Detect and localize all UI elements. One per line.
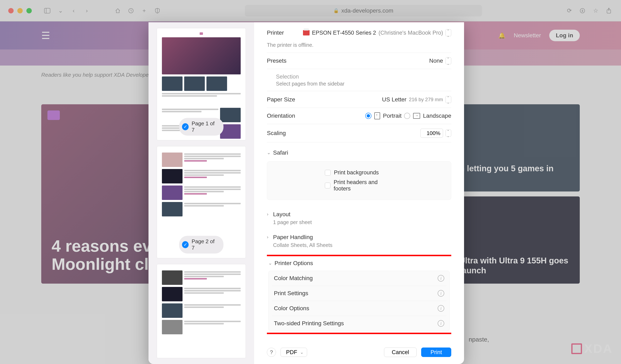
- pdf-dropdown[interactable]: PDF ⌄: [280, 348, 307, 357]
- info-icon[interactable]: i: [438, 305, 444, 312]
- print-settings: Printer EPSON ET-4550 Series 2 (Christin…: [254, 22, 464, 364]
- check-icon: ✓: [182, 241, 189, 248]
- home-icon[interactable]: [114, 7, 122, 15]
- close-window[interactable]: [8, 8, 14, 13]
- reload-icon[interactable]: ⟳: [565, 7, 573, 15]
- chevron-down-icon[interactable]: ⌄: [56, 7, 64, 15]
- chevron-down-icon: ⌄: [267, 150, 271, 155]
- menu-icon[interactable]: ☰: [41, 30, 50, 41]
- svg-rect-0: [44, 8, 50, 13]
- radio-checked-icon[interactable]: [365, 113, 371, 119]
- print-dialog: ✓ Page 1 of 7 ✓ Page 2 of 7: [149, 22, 464, 364]
- help-button[interactable]: ?: [267, 348, 276, 357]
- downloads-icon[interactable]: [579, 7, 586, 15]
- safari-toolbar: ⌄ ‹ › + 🔒 xda-developers.com ⟳ ☆: [0, 0, 621, 21]
- url-text: xda-developers.com: [341, 7, 393, 14]
- address-bar[interactable]: 🔒 xda-developers.com: [245, 5, 482, 17]
- share-icon[interactable]: [605, 7, 613, 15]
- orientation-landscape[interactable]: Landscape: [404, 113, 451, 119]
- printer-status-row: The printer is offline.: [267, 41, 451, 53]
- paper-handling-section[interactable]: › Paper Handling: [267, 229, 451, 242]
- chevron-down-icon: ⌄: [300, 350, 304, 355]
- print-button[interactable]: Print: [421, 347, 451, 357]
- privacy-icon[interactable]: [154, 7, 161, 15]
- print-headers-checkbox[interactable]: Print headers and footers: [325, 178, 393, 194]
- chevron-right-icon: ›: [267, 234, 271, 240]
- stepper-icon[interactable]: [446, 96, 451, 103]
- back-icon[interactable]: ‹: [70, 7, 78, 15]
- sidebar-toggle-icon[interactable]: [43, 7, 51, 15]
- radio-icon[interactable]: [404, 113, 410, 119]
- minimize-window[interactable]: [17, 8, 23, 13]
- safari-options: Print backgrounds Print headers and foot…: [267, 161, 451, 200]
- stepper-icon[interactable]: [446, 130, 451, 137]
- thumbnail-page-2[interactable]: ✓ Page 2 of 7: [157, 146, 246, 258]
- thumbnail-page-3[interactable]: [157, 264, 246, 358]
- printer-options-list: Color Matching i Print Settings i Color …: [268, 271, 450, 331]
- page-pill-2: ✓ Page 2 of 7: [179, 236, 224, 253]
- portrait-icon: [374, 112, 380, 119]
- lock-icon: 🔒: [333, 8, 339, 13]
- orientation-portrait[interactable]: Portrait: [365, 112, 402, 119]
- landscape-icon: [413, 113, 420, 119]
- bg-text: npaste,: [469, 336, 489, 343]
- dialog-footer: ? PDF ⌄ Cancel Print: [267, 342, 451, 364]
- printer-info-section[interactable]: › Printer Info: [267, 338, 451, 342]
- two-sided-option[interactable]: Two-sided Printing Settings i: [272, 316, 446, 331]
- presets-row[interactable]: Presets None: [267, 53, 451, 69]
- printer-options-highlight: ⌄ Printer Options Color Matching i Print…: [267, 255, 451, 334]
- chevron-right-icon: ›: [267, 212, 271, 217]
- cancel-button[interactable]: Cancel: [384, 347, 417, 357]
- login-button[interactable]: Log in: [549, 30, 580, 41]
- info-icon[interactable]: i: [438, 320, 444, 327]
- page-pill-1: ✓ Page 1 of 7: [179, 118, 224, 136]
- stepper-icon[interactable]: [446, 57, 451, 64]
- layout-sub: 1 page per sheet: [267, 219, 451, 229]
- color-options-option[interactable]: Color Options i: [272, 301, 446, 316]
- orientation-row: Orientation Portrait Landscape: [267, 108, 451, 124]
- thumbnail-page-1[interactable]: ✓ Page 1 of 7: [157, 28, 246, 140]
- info-icon[interactable]: i: [438, 275, 444, 281]
- page-thumbnails: ✓ Page 1 of 7 ✓ Page 2 of 7: [149, 22, 254, 364]
- printer-options-section[interactable]: ⌄ Printer Options: [268, 259, 450, 268]
- history-icon[interactable]: [127, 7, 135, 15]
- paper-size-row[interactable]: Paper Size US Letter 216 by 279 mm: [267, 92, 451, 108]
- layout-section[interactable]: › Layout: [267, 207, 451, 219]
- scaling-input[interactable]: [420, 129, 443, 138]
- favorite-icon[interactable]: ☆: [592, 7, 600, 15]
- bell-icon: 🔔: [498, 32, 505, 39]
- new-tab-icon[interactable]: +: [140, 7, 148, 15]
- printer-row[interactable]: Printer EPSON ET-4550 Series 2 (Christin…: [267, 22, 451, 41]
- window-controls: [8, 8, 32, 13]
- zoom-window[interactable]: [26, 8, 32, 13]
- print-settings-option[interactable]: Print Settings i: [272, 286, 446, 301]
- checkbox-icon[interactable]: [325, 183, 330, 188]
- newsletter-link[interactable]: Newsletter: [514, 32, 541, 39]
- print-backgrounds-checkbox[interactable]: Print backgrounds: [325, 168, 393, 178]
- stepper-icon[interactable]: [446, 29, 451, 36]
- badge-icon: [47, 111, 60, 120]
- color-matching-option[interactable]: Color Matching i: [272, 271, 446, 286]
- xda-watermark: XDA: [571, 342, 613, 356]
- chevron-down-icon: ⌄: [268, 261, 273, 266]
- check-icon: ✓: [182, 123, 189, 130]
- scaling-row: Scaling: [267, 124, 451, 142]
- printer-icon: [303, 30, 310, 35]
- watermark-icon: [571, 343, 582, 354]
- forward-icon[interactable]: ›: [83, 7, 91, 15]
- paper-handling-sub: Collate Sheets, All Sheets: [267, 242, 451, 252]
- info-icon[interactable]: i: [438, 290, 444, 297]
- checkbox-icon[interactable]: [325, 170, 331, 176]
- selection-row-partial: Selection Select pages from the sidebar: [267, 73, 451, 91]
- safari-section[interactable]: ⌄ Safari: [267, 142, 451, 158]
